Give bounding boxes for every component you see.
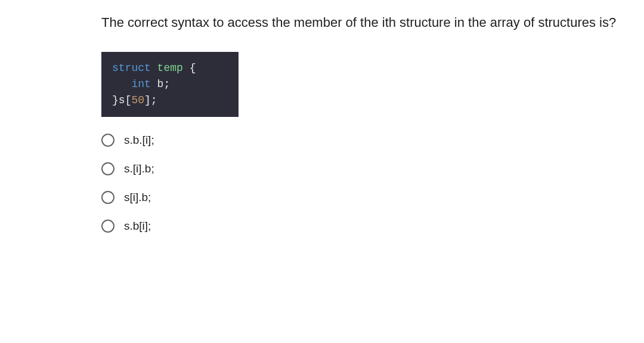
code-block: struct temp { int b; }s[50]; bbox=[101, 52, 239, 117]
question-text: The correct syntax to access the member … bbox=[101, 12, 620, 33]
radio-icon bbox=[101, 134, 114, 147]
keyword-struct: struct bbox=[112, 62, 151, 74]
variable-b: b; bbox=[151, 78, 170, 90]
identifier-temp: temp bbox=[151, 62, 190, 74]
brace-open: { bbox=[190, 62, 196, 74]
option-label: s.[i].b; bbox=[124, 162, 154, 175]
keyword-int: int bbox=[131, 78, 150, 90]
option-3[interactable]: s[i].b; bbox=[101, 191, 644, 204]
radio-icon bbox=[101, 162, 114, 175]
option-4[interactable]: s.b[i]; bbox=[101, 220, 644, 233]
options-group: s.b.[i]; s.[i].b; s[i].b; s.b[i]; bbox=[101, 134, 644, 233]
option-1[interactable]: s.b.[i]; bbox=[101, 134, 644, 147]
bracket-close: ]; bbox=[144, 94, 157, 106]
code-line-1: struct temp { bbox=[112, 60, 225, 76]
number-50: 50 bbox=[131, 94, 144, 106]
brace-close: } bbox=[112, 94, 119, 106]
radio-icon bbox=[101, 220, 114, 233]
option-label: s.b[i]; bbox=[124, 220, 151, 233]
bracket-open: [ bbox=[125, 94, 132, 106]
radio-icon bbox=[101, 191, 114, 204]
option-2[interactable]: s.[i].b; bbox=[101, 162, 644, 175]
variable-s: s bbox=[119, 94, 125, 106]
option-label: s.b.[i]; bbox=[124, 134, 154, 147]
code-line-3: }s[50]; bbox=[112, 92, 225, 109]
option-label: s[i].b; bbox=[124, 191, 151, 204]
indent bbox=[112, 78, 131, 90]
code-line-2: int b; bbox=[112, 76, 225, 92]
